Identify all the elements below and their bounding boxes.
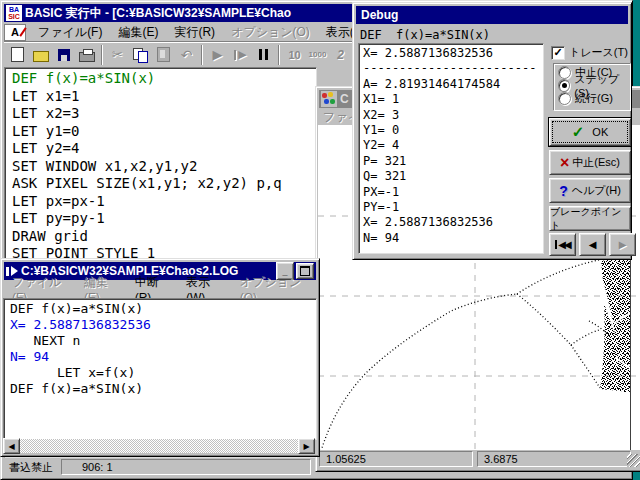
basic-app-icon: BA SIC (6, 5, 22, 21)
log-menu-bar: ファイル(F)編集(E)中断(R)表示(W)オプション(O) (4, 281, 316, 297)
cut-icon[interactable]: ✂ (106, 44, 129, 66)
radio-circle-icon[interactable] (558, 92, 571, 105)
debug-current-line: DEF f(x)=a*SIN(x) (360, 28, 490, 42)
trace-label: トレース(T) (569, 45, 628, 60)
variables: X= 2.5887136832536----------------------… (359, 44, 543, 246)
trace-nav-buttons: ◀◀ ◀ ▶ (549, 233, 636, 256)
copy-icon[interactable] (129, 44, 152, 66)
menu-item[interactable]: 編集(E) (110, 23, 166, 42)
run-icon[interactable]: ▶ (206, 44, 229, 66)
debug-title-bar[interactable]: Debug (356, 6, 628, 24)
variable-row[interactable]: X1= 1 (363, 92, 543, 107)
menu-item[interactable]: オプション(O) (223, 23, 318, 42)
trace-checkbox[interactable]: ✓ (551, 46, 565, 60)
digits-1000-mode-icon[interactable]: 1000 (306, 44, 329, 66)
variable-row[interactable]: X= 2.5887136832536 (363, 46, 543, 61)
main-window-title: BASIC 実行中 - [C:¥BASICW32¥SAMPLE¥Chao (25, 5, 291, 22)
code-line: DRAW grid (12, 228, 316, 246)
print-icon[interactable] (75, 44, 98, 66)
step-run-icon[interactable]: ▶ (229, 44, 252, 66)
first-step-icon[interactable]: ◀◀ (549, 233, 576, 256)
debug-variables-list[interactable]: X= 2.5887136832536----------------------… (358, 43, 544, 254)
coordinate-readout: 3.6875 (477, 451, 631, 467)
toolbar-separator (278, 45, 280, 65)
pause-icon[interactable] (252, 44, 275, 66)
graph-status-panels: 1.056253.6875 (319, 451, 631, 467)
next-step-icon[interactable]: ▶ (609, 233, 636, 256)
graph-status-bar: 1.056253.6875 (319, 450, 640, 468)
log-line: LET x=f(x) (10, 365, 316, 381)
code-line: ASK PIXEL SIZE(x1,y1; x2,y2) p,q (12, 175, 316, 193)
abort-x-icon: × (560, 158, 569, 168)
code-line: LET py=py-1 (12, 210, 316, 228)
trace-checkbox-row[interactable]: ✓ トレース(T) (551, 45, 628, 60)
abort-button[interactable]: × 中止(Esc) (549, 150, 631, 175)
variable-row[interactable]: P= 321 (363, 154, 543, 169)
graph-app-icon (321, 91, 337, 107)
paste-icon[interactable] (152, 44, 175, 66)
log-line: DEF f(x)=a*SIN(x) (10, 381, 316, 397)
code-line: LET y2=4 (12, 140, 316, 158)
chaos-band (600, 256, 630, 392)
new-file-icon[interactable] (6, 44, 29, 66)
binary-mode-icon[interactable]: 2 (329, 44, 352, 66)
help-button[interactable]: ? ヘルプ(H) (549, 178, 631, 203)
radio-circle-icon[interactable] (558, 66, 571, 79)
radio-label: 続行(G) (575, 91, 613, 106)
debug-window-title: Debug (361, 8, 398, 22)
abort-label: 中止(Esc) (572, 155, 620, 170)
coordinate-readout: 1.05625 (319, 451, 473, 467)
log-line: X= 2.5887136832536 (10, 317, 316, 333)
help-label: ヘルプ(H) (572, 183, 621, 198)
attractor-curves (321, 260, 610, 450)
log-line: N= 94 (10, 349, 316, 365)
cursor-position-status: 906: 1 (61, 459, 311, 475)
variable-row[interactable]: A= 2.81931464174584 (363, 77, 543, 92)
editor-code: DEF f(x)=a*SIN(x)LET x1=1LET x2=3LET y1=… (5, 68, 316, 263)
variable-row[interactable]: X2= 3 (363, 108, 543, 123)
breakpoint-button[interactable]: ブレークポイント (549, 206, 631, 231)
decimal-10-mode-icon[interactable]: 10 (283, 44, 306, 66)
editor-doc-icon: A (4, 24, 26, 41)
save-file-icon[interactable] (52, 44, 75, 66)
code-line: SET WINDOW x1,x2,y1,y2 (12, 158, 316, 176)
variable-row[interactable]: PY=-1 (363, 200, 543, 215)
variable-row[interactable]: Y1= 0 (363, 123, 543, 138)
code-line: DEF f(x)=a*SIN(x) (12, 70, 316, 88)
variable-row[interactable]: PX=-1 (363, 185, 543, 200)
prev-step-icon[interactable]: ◀ (579, 233, 606, 256)
code-line: LET x1=1 (12, 88, 316, 106)
ok-button[interactable]: ✓ OK (549, 118, 631, 146)
scroll-right-arrow-icon[interactable]: ▶ (298, 438, 315, 454)
variable-row[interactable]: N= 94 (363, 231, 543, 246)
code-line: LET y1=0 (12, 123, 316, 141)
desktop: { "main_window": { "title": "BASIC 実行中 -… (0, 0, 640, 480)
write-protect-status: 書込禁止 (4, 460, 61, 475)
help-question-icon: ? (559, 183, 568, 199)
resize-grip[interactable] (627, 454, 640, 467)
scroll-left-arrow-icon[interactable]: ◀ (3, 438, 20, 454)
log-hscrollbar: ◀ ▶ (3, 439, 315, 453)
run-mode-radios: 中止(C) ステップ(S) 続行(G) (558, 66, 630, 105)
undo-icon[interactable]: ↶ (175, 44, 198, 66)
code-line: LET x2=3 (12, 105, 316, 123)
radio-circle-icon[interactable] (558, 79, 570, 92)
log-output[interactable]: DEF f(x)=a*SIN(x)X= 2.5887136832536 NEXT… (3, 298, 317, 440)
variable-row[interactable]: Y2= 4 (363, 138, 543, 153)
log-window: C:¥BASICW32¥SAMPLE¥Chaos2.LOG _ ファイル(F)編… (0, 258, 320, 457)
menu-item[interactable]: 実行(R) (166, 23, 223, 42)
toolbar-separator (201, 45, 203, 65)
variable-row[interactable]: ------------------------ (363, 61, 543, 76)
debug-window: Debug DEF f(x)=a*SIN(x) X= 2.58871368325… (352, 2, 632, 260)
code-line: LET px=px-1 (12, 193, 316, 211)
menu-item[interactable]: ファイル(F) (30, 23, 110, 42)
log-lines: DEF f(x)=a*SIN(x)X= 2.5887136832536 NEXT… (4, 299, 316, 397)
open-file-icon[interactable] (29, 44, 52, 66)
run-mode-group: 中止(C) ステップ(S) 続行(G) (553, 63, 631, 111)
variable-row[interactable]: Q= 321 (363, 169, 543, 184)
graph-window-title: C (340, 92, 349, 106)
variable-row[interactable]: X= 2.5887136832536 (363, 215, 543, 230)
log-line: NEXT n (10, 333, 316, 349)
toolbar-separator (101, 45, 103, 65)
log-line: DEF f(x)=a*SIN(x) (10, 301, 316, 317)
